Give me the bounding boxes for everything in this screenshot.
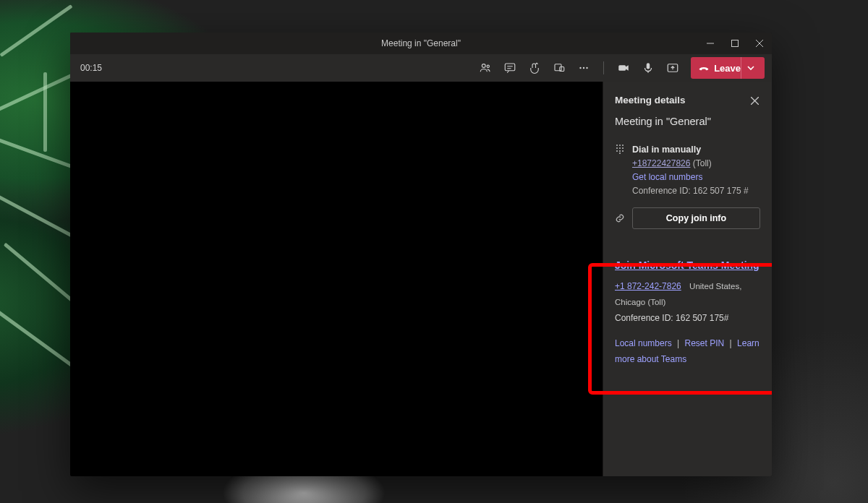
meeting-toolbar: 00:15 bbox=[70, 54, 772, 82]
window-title: Meeting in "General" bbox=[381, 38, 461, 48]
toolbar-divider bbox=[603, 61, 604, 74]
svg-rect-4 bbox=[555, 64, 561, 71]
join-phone-link[interactable]: +1 872-242-7826 bbox=[615, 281, 681, 291]
svg-point-15 bbox=[616, 147, 618, 149]
svg-point-14 bbox=[622, 145, 624, 146]
toll-suffix: (Toll) bbox=[690, 158, 711, 168]
svg-point-7 bbox=[583, 67, 584, 69]
join-conf-id-label: Conference ID: bbox=[615, 313, 676, 323]
local-numbers-link[interactable]: Local numbers bbox=[615, 338, 672, 348]
svg-point-8 bbox=[586, 67, 587, 69]
panel-close-button[interactable] bbox=[747, 93, 762, 108]
share-button[interactable] bbox=[662, 57, 684, 79]
mic-button[interactable] bbox=[637, 57, 659, 79]
join-meeting-link[interactable]: Join Microsoft Teams Meeting bbox=[615, 257, 760, 275]
dial-in-label: Dial in manually bbox=[632, 143, 749, 157]
join-conf-id-value: 162 507 175# bbox=[676, 313, 728, 323]
hangup-icon bbox=[698, 62, 710, 74]
window-body: Meeting details Meeting in "General" Dia… bbox=[70, 82, 772, 476]
svg-point-13 bbox=[619, 145, 621, 146]
more-actions-button[interactable] bbox=[573, 57, 595, 79]
svg-point-1 bbox=[482, 64, 485, 68]
svg-point-20 bbox=[622, 150, 624, 152]
window-minimize-button[interactable] bbox=[698, 33, 723, 54]
svg-rect-3 bbox=[505, 64, 515, 71]
participants-button[interactable] bbox=[475, 57, 496, 79]
video-area bbox=[70, 82, 603, 476]
reactions-button[interactable] bbox=[524, 57, 545, 79]
window-buttons bbox=[698, 33, 772, 54]
camera-button[interactable] bbox=[613, 57, 634, 79]
copy-join-info-button[interactable]: Copy join info bbox=[632, 207, 760, 229]
close-icon bbox=[751, 97, 759, 105]
panel-meeting-title: Meeting in "General" bbox=[615, 116, 760, 127]
svg-rect-10 bbox=[647, 63, 650, 69]
svg-point-16 bbox=[619, 147, 621, 149]
svg-point-21 bbox=[619, 152, 621, 154]
teams-meeting-window: Meeting in "General" 00:15 bbox=[70, 33, 772, 476]
svg-rect-0 bbox=[732, 40, 739, 47]
link-icon bbox=[615, 213, 625, 223]
call-timer: 00:15 bbox=[80, 63, 102, 73]
svg-point-18 bbox=[616, 150, 618, 152]
window-titlebar: Meeting in "General" bbox=[70, 33, 772, 54]
reset-pin-link[interactable]: Reset PIN bbox=[685, 338, 725, 348]
svg-point-17 bbox=[622, 147, 624, 149]
copy-join-row: Copy join info bbox=[615, 207, 760, 229]
get-local-numbers-link[interactable]: Get local numbers bbox=[632, 172, 702, 182]
conf-id-value: 162 507 175 # bbox=[693, 186, 749, 196]
chevron-down-icon bbox=[747, 64, 754, 72]
window-maximize-button[interactable] bbox=[723, 33, 747, 54]
panel-heading: Meeting details bbox=[615, 95, 760, 106]
leave-dropdown[interactable] bbox=[741, 57, 765, 79]
svg-rect-9 bbox=[618, 65, 626, 71]
leave-button[interactable]: Leave bbox=[691, 57, 765, 79]
dial-in-phone-link[interactable]: +18722427826 bbox=[632, 158, 690, 168]
dial-in-block: Dial in manually +18722427826 (Toll) Get… bbox=[615, 143, 760, 197]
join-info-block: Join Microsoft Teams Meeting +1 872-242-… bbox=[615, 257, 760, 367]
svg-point-12 bbox=[616, 145, 618, 146]
window-close-button[interactable] bbox=[747, 33, 772, 54]
leave-label: Leave bbox=[714, 63, 741, 74]
dialpad-icon bbox=[615, 144, 625, 154]
conf-id-label: Conference ID: bbox=[632, 186, 693, 196]
svg-point-2 bbox=[487, 65, 489, 67]
rooms-button[interactable] bbox=[548, 57, 570, 79]
chat-button[interactable] bbox=[499, 57, 521, 79]
join-extra-links: Local numbers | Reset PIN | Learn more a… bbox=[615, 336, 760, 367]
svg-point-6 bbox=[579, 67, 581, 69]
meeting-details-panel: Meeting details Meeting in "General" Dia… bbox=[603, 82, 772, 476]
svg-point-19 bbox=[619, 150, 621, 152]
